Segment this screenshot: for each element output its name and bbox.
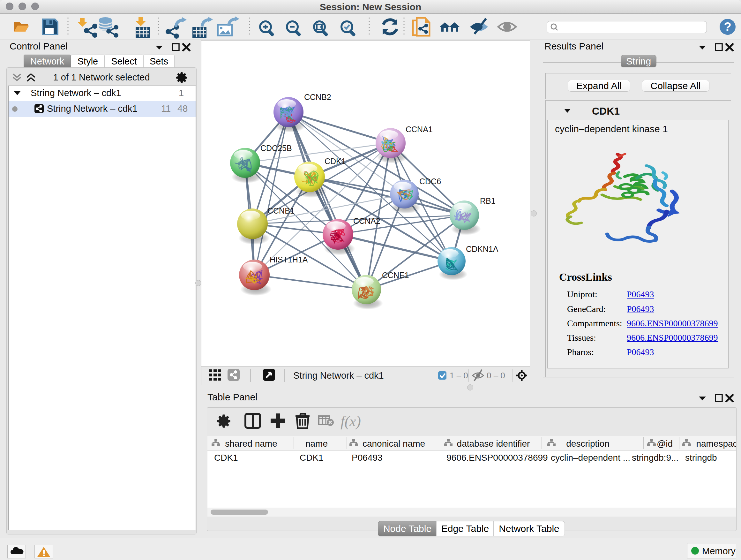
svg-text:CCNB1: CCNB1 xyxy=(267,206,294,215)
svg-text:CCNB2: CCNB2 xyxy=(304,92,331,102)
svg-text:cyclin–dependent ...: cyclin–dependent ... xyxy=(551,453,630,462)
svg-text:9606.ENSP00000378699: 9606.ENSP00000378699 xyxy=(447,453,548,462)
svg-text:1 – 0: 1 – 0 xyxy=(450,371,468,380)
svg-text:namespac: namespac xyxy=(696,439,736,449)
svg-text:shared name: shared name xyxy=(225,439,277,449)
svg-text:HIST1H1A: HIST1H1A xyxy=(270,255,308,264)
svg-text:CDK1: CDK1 xyxy=(325,157,346,166)
svg-text:name: name xyxy=(306,439,328,449)
svg-text:CDK1: CDK1 xyxy=(300,453,324,462)
svg-text:CCNA1: CCNA1 xyxy=(406,125,433,134)
svg-text:database identifier: database identifier xyxy=(457,439,530,449)
svg-text:0 – 0: 0 – 0 xyxy=(487,371,505,380)
svg-text:RB1: RB1 xyxy=(480,196,495,205)
svg-text:CDK1: CDK1 xyxy=(214,453,238,462)
svg-text:stringdb: stringdb xyxy=(685,453,717,462)
svg-text:CDC6: CDC6 xyxy=(419,177,441,186)
svg-text:canonical name: canonical name xyxy=(362,439,425,449)
svg-text:P06493: P06493 xyxy=(352,453,383,462)
svg-text:CDC25B: CDC25B xyxy=(260,144,292,152)
svg-text:CCNA2: CCNA2 xyxy=(353,216,381,226)
svg-text:stringdb:9...: stringdb:9... xyxy=(632,453,678,462)
svg-text:description: description xyxy=(566,439,609,449)
svg-text:@id: @id xyxy=(657,439,673,449)
svg-text:f(x): f(x) xyxy=(340,413,361,429)
svg-text:String Network – cdk1: String Network – cdk1 xyxy=(293,370,384,381)
svg-text:CCNE1: CCNE1 xyxy=(382,271,409,280)
svg-text:CDKN1A: CDKN1A xyxy=(466,245,498,253)
